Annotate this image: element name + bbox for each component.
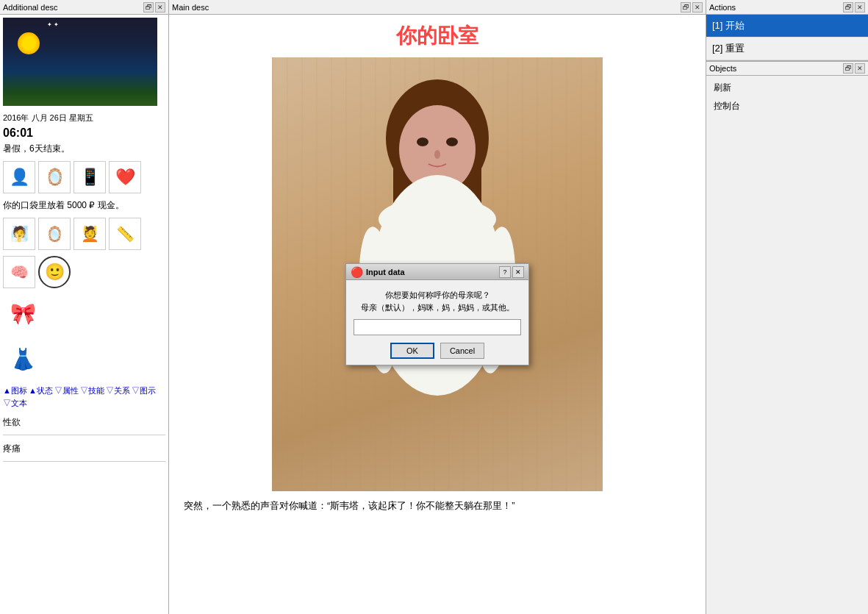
dialog-title-btns: ? ✕ bbox=[499, 266, 524, 278]
link-text[interactable]: ▽文本 bbox=[3, 398, 27, 409]
main-titlebar-buttons: 🗗 ✕ bbox=[681, 2, 703, 13]
actions-title: Actions bbox=[709, 3, 736, 12]
money-display: 你的口袋里放着 5000 ₽ 现金。 bbox=[3, 199, 165, 212]
phone-icon[interactable]: 📱 bbox=[73, 161, 106, 193]
body-icon2[interactable]: 👗 bbox=[3, 340, 43, 379]
dialog-question: 你想要如何称呼你的母亲呢？ 母亲（默认），妈咪，妈，妈妈，或其他。 bbox=[354, 289, 521, 313]
date-info: 2016年 八月 26日 星期五 06:01 暑假，6天结束。 bbox=[3, 112, 165, 155]
ruler-icon[interactable]: 📏 bbox=[109, 218, 141, 250]
actions-close-button[interactable]: ✕ bbox=[855, 2, 865, 13]
titlebar-buttons: 🗗 ✕ bbox=[143, 2, 165, 13]
dialog-help-button[interactable]: ? bbox=[499, 266, 511, 278]
body-icon1[interactable]: 🎀 bbox=[3, 294, 43, 334]
objects-section: Objects 🗗 ✕ 刷新 控制台 bbox=[706, 61, 868, 614]
stat-pain: 疼痛 bbox=[3, 443, 165, 455]
svg-point-4 bbox=[417, 138, 428, 146]
dialog-cancel-button[interactable]: Cancel bbox=[440, 343, 484, 359]
smile-icon[interactable]: 🙂 bbox=[38, 256, 71, 288]
heart-icon[interactable]: ❤️ bbox=[109, 161, 141, 193]
actions-section: Actions 🗗 ✕ [1] 开始 [2] 重置 bbox=[706, 0, 868, 61]
mirror2-icon[interactable]: 🪞 bbox=[38, 218, 71, 250]
dialog-app-icon: 🔴 bbox=[351, 266, 363, 278]
objects-content: 刷新 控制台 bbox=[706, 76, 868, 614]
main-panel: Main desc 🗗 ✕ 你的卧室 bbox=[169, 0, 706, 614]
vacation-info: 暑假，6天结束。 bbox=[3, 142, 165, 155]
hair-icon[interactable]: 💆 bbox=[73, 218, 106, 250]
right-panel: Actions 🗗 ✕ [1] 开始 [2] 重置 Objects 🗗 ✕ 刷新… bbox=[706, 0, 868, 614]
link-icons[interactable]: ▲图标 bbox=[3, 385, 27, 396]
svg-point-11 bbox=[379, 197, 496, 241]
link-attributes[interactable]: ▽属性 bbox=[54, 385, 79, 396]
dialog-text-input[interactable] bbox=[354, 319, 521, 335]
objects-close-button[interactable]: ✕ bbox=[855, 63, 865, 74]
restore-button[interactable]: 🗗 bbox=[143, 2, 154, 13]
link-status[interactable]: ▲状态 bbox=[29, 385, 53, 396]
scene-text: 突然，一个熟悉的声音对你喊道：“斯韦塔，该起床了！你不能整天躺在那里！” bbox=[184, 499, 691, 514]
main-desc-titlebar: Main desc 🗗 ✕ bbox=[169, 0, 706, 15]
main-desc-title: Main desc bbox=[172, 3, 209, 12]
character-icon[interactable]: 👤 bbox=[3, 161, 35, 193]
additional-desc-titlebar: Additional desc 🗗 ✕ bbox=[0, 0, 168, 15]
objects-titlebar: Objects 🗗 ✕ bbox=[706, 61, 868, 76]
links-row: ▲图标 ▲状态 ▽属性 ▽技能 ▽关系 ▽图示 ▽文本 bbox=[3, 385, 165, 409]
character-icons-row2: 🧖 🪞 💆 📏 bbox=[3, 218, 165, 250]
date-line1: 2016年 八月 26日 星期五 bbox=[3, 112, 165, 124]
objects-restore-button[interactable]: 🗗 bbox=[843, 63, 853, 74]
actions-titlebar-buttons: 🗗 ✕ bbox=[843, 2, 865, 13]
character-icons-row1: 👤 🪞 📱 ❤️ bbox=[3, 161, 165, 193]
action-start[interactable]: [1] 开始 bbox=[706, 15, 868, 38]
actions-restore-button[interactable]: 🗗 bbox=[843, 2, 853, 13]
objects-titlebar-buttons: 🗗 ✕ bbox=[843, 63, 865, 74]
sun-decoration bbox=[18, 32, 40, 54]
actions-titlebar: Actions 🗗 ✕ bbox=[706, 0, 868, 15]
additional-desc-title: Additional desc bbox=[3, 3, 58, 12]
main-close-button[interactable]: ✕ bbox=[692, 2, 703, 13]
dialog-ok-button[interactable]: OK bbox=[390, 343, 434, 359]
stars-decoration: ✦ ✦ bbox=[47, 21, 59, 28]
time-display: 06:01 bbox=[3, 124, 165, 142]
main-content: 你的卧室 bbox=[169, 15, 706, 614]
link-relations[interactable]: ▽关系 bbox=[106, 385, 130, 396]
beauty-icon[interactable]: 🧖 bbox=[3, 218, 35, 250]
svg-point-6 bbox=[434, 150, 440, 159]
link-diagram[interactable]: ▽图示 bbox=[132, 385, 156, 396]
dialog-buttons: OK Cancel bbox=[354, 343, 521, 359]
object-console[interactable]: 控制台 bbox=[709, 97, 865, 115]
action-reset[interactable]: [2] 重置 bbox=[706, 38, 868, 60]
divider1 bbox=[3, 435, 165, 435]
dialog-titlebar: 🔴 Input data ? ✕ bbox=[346, 264, 528, 280]
dialog-title-left: 🔴 Input data bbox=[351, 266, 405, 278]
object-refresh[interactable]: 刷新 bbox=[709, 79, 865, 97]
character-icons-row3: 🧠 🙂 bbox=[3, 256, 165, 288]
left-content: ✦ ✦ 2016年 八月 26日 星期五 06:01 暑假，6天结束。 👤 🪞 … bbox=[0, 15, 168, 614]
brain-icon[interactable]: 🧠 bbox=[3, 256, 35, 288]
character-icons-row4: 🎀 bbox=[3, 294, 165, 334]
scene-title: 你的卧室 bbox=[184, 22, 691, 50]
character-icons-row5: 👗 bbox=[3, 340, 165, 379]
input-dialog: 🔴 Input data ? ✕ 你想要如何称呼你的母亲呢？ 母亲（默认），妈咪… bbox=[345, 263, 529, 365]
left-panel: Additional desc 🗗 ✕ ✦ ✦ 2016年 八月 26日 星期五… bbox=[0, 0, 169, 614]
main-restore-button[interactable]: 🗗 bbox=[681, 2, 691, 13]
objects-title: Objects bbox=[709, 64, 736, 73]
dialog-close-button[interactable]: ✕ bbox=[512, 266, 524, 278]
dialog-body: 你想要如何称呼你的母亲呢？ 母亲（默认），妈咪，妈，妈妈，或其他。 OK Can… bbox=[346, 280, 528, 365]
divider2 bbox=[3, 461, 165, 462]
close-button[interactable]: ✕ bbox=[155, 2, 165, 13]
portrait-image: ✦ ✦ bbox=[3, 18, 157, 106]
svg-point-5 bbox=[446, 138, 458, 146]
dialog-title-text: Input data bbox=[366, 268, 405, 276]
link-skills[interactable]: ▽技能 bbox=[80, 385, 104, 396]
mirror-icon[interactable]: 🪞 bbox=[38, 161, 71, 193]
stat-libido: 性欲 bbox=[3, 416, 165, 429]
